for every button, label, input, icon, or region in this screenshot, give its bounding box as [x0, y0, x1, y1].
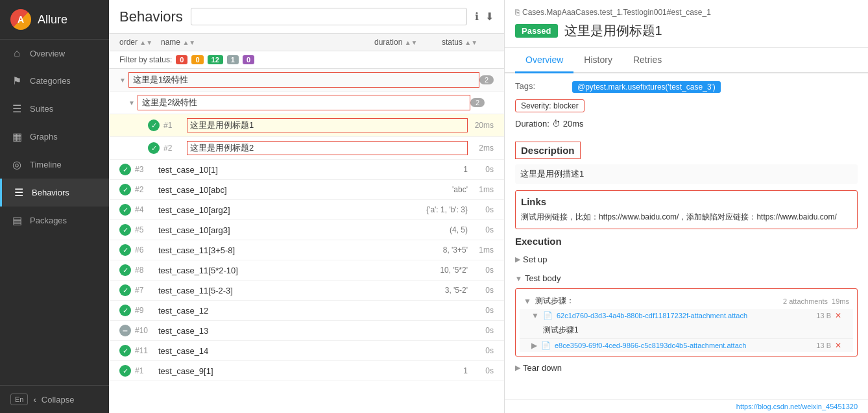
- test-param: 1: [463, 165, 468, 174]
- test-row[interactable]: ✓ #5 test_case_10[arg3] (4, 5) 0s: [109, 220, 504, 240]
- lang-badge[interactable]: En: [10, 394, 28, 405]
- test-num: #9: [135, 306, 154, 315]
- behaviors-header: Behaviors ℹ ⬇: [109, 0, 504, 34]
- status-icon-passed: ✓: [119, 164, 131, 175]
- filter-badge-unknown[interactable]: 0: [243, 55, 254, 64]
- test-param: 10, '5*2': [440, 266, 468, 275]
- test-num: #8: [135, 266, 154, 275]
- case-header: ⎘ Cases.MapAaaCases.test_1.Testlogin001#…: [505, 0, 868, 48]
- col-order-header[interactable]: order ▲▼: [119, 38, 158, 47]
- tab-retries[interactable]: Retries: [623, 48, 672, 73]
- right-panel: ⎘ Cases.MapAaaCases.test_1.Testlogin001#…: [505, 0, 868, 413]
- search-input[interactable]: [191, 8, 467, 25]
- status-icon-passed: ✓: [119, 284, 131, 296]
- status-icon-passed: ✓: [119, 365, 131, 377]
- attachment-row[interactable]: ▶ 📄 e8ce3509-69f0-4ced-9866-c5c8193dc4b5…: [520, 339, 853, 352]
- teardown-expand-arrow: ▶: [515, 364, 520, 372]
- test-row[interactable]: ✓ #9 test_case_12 0s: [109, 301, 504, 321]
- sidebar-item-overview[interactable]: ⌂ Overview: [0, 40, 109, 67]
- status-icon-passed: ✓: [148, 142, 160, 154]
- sidebar-item-timeline[interactable]: ◎ Timeline: [0, 151, 109, 179]
- tab-overview[interactable]: Overview: [515, 48, 573, 73]
- test-row[interactable]: ✓ #1 test_case_9[1] 1 0s: [109, 361, 504, 381]
- collapse-button[interactable]: Collapse: [42, 395, 75, 405]
- sidebar-item-label: Categories: [30, 76, 71, 86]
- sidebar-item-categories[interactable]: ⚑ Categories: [0, 67, 109, 95]
- packages-icon: ▤: [10, 214, 23, 227]
- setup-header[interactable]: ▶ Set up: [515, 252, 858, 267]
- test-row[interactable]: ✓ #7 test_case_11[5-2-3] 3, '5-2' 0s: [109, 281, 504, 301]
- execution-title: Execution: [515, 236, 858, 247]
- test-row[interactable]: ✓ #6 test_case_11[3+5-8] 8, '3+5' 1ms: [109, 240, 504, 260]
- test-row[interactable]: ✓ #1 这里是用例标题1 20ms: [109, 114, 504, 137]
- col-name-header[interactable]: name ▲▼: [161, 38, 372, 47]
- duration-label: Duration:: [515, 119, 549, 129]
- group-header-1[interactable]: ▼ 这里是1级特性 2: [109, 69, 504, 92]
- attachment-row[interactable]: ▼ 📄 62c1d760-d3d3-4a4b-880b-cdf11817232f…: [520, 309, 853, 322]
- filter-row: Filter by status: 0 0 12 1 0: [109, 51, 504, 69]
- test-row[interactable]: ✓ #2 test_case_10[abc] 'abc' 1ms: [109, 180, 504, 200]
- description-title: Description: [515, 142, 581, 159]
- testbody-header[interactable]: ▼ Test body: [515, 271, 858, 286]
- filter-badge-passed[interactable]: 12: [208, 55, 223, 64]
- status-icon-passed: ✓: [119, 204, 131, 216]
- test-name: test_case_10[1]: [158, 165, 458, 175]
- test-num: #6: [135, 245, 154, 255]
- sidebar-item-label: Timeline: [30, 160, 62, 169]
- sidebar-item-suites[interactable]: ☰ Suites: [0, 95, 109, 123]
- step-meta: 2 attachments: [783, 297, 828, 305]
- teardown-header[interactable]: ▶ Tear down: [515, 360, 858, 375]
- tab-history[interactable]: History: [573, 48, 623, 73]
- duration-sort-arrow: ▲▼: [405, 39, 418, 46]
- test-row[interactable]: ✓ #3 test_case_10[1] 1 0s: [109, 160, 504, 180]
- test-duration: 0s: [468, 346, 494, 355]
- severity-box: Severity: blocker: [515, 99, 585, 112]
- sidebar-item-graphs[interactable]: ▦ Graphs: [0, 123, 109, 151]
- tags-row: Tags: @pytest.mark.usefixtures('test_cas…: [515, 81, 858, 93]
- test-num: #7: [135, 286, 154, 295]
- test-num: #2: [163, 144, 183, 153]
- attachment-content: 测试步骤1: [520, 322, 853, 339]
- filter-badge-failed[interactable]: 0: [176, 55, 187, 64]
- status-icon-passed: ✓: [119, 305, 131, 316]
- test-param: {'a': 1, 'b': 3}: [426, 205, 468, 214]
- test-row[interactable]: – #10 test_case_13 0s: [109, 321, 504, 341]
- test-param: 3, '5-2': [445, 286, 468, 295]
- duration-value: 20ms: [563, 119, 584, 129]
- test-row[interactable]: ✓ #2 这里是用例标题2 2ms: [109, 137, 504, 160]
- attach-name: e8ce3509-69f0-4ced-9866-c5c8193dc4b5-att…: [555, 342, 812, 349]
- sidebar-item-label: Graphs: [30, 132, 58, 142]
- attach-close-icon[interactable]: ✕: [835, 341, 841, 350]
- order-sort-arrow: ▲▼: [139, 39, 152, 46]
- attach-expand-icon: ▶: [531, 341, 537, 350]
- filter-badge-skipped[interactable]: 1: [227, 55, 239, 64]
- col-status-header[interactable]: status ▲▼: [442, 38, 494, 47]
- col-duration-header[interactable]: duration ▲▼: [374, 38, 439, 47]
- subgroup-header-1[interactable]: ▼ 这里是2级特性 2: [109, 92, 504, 114]
- sidebar-item-behaviors[interactable]: ☰ Behaviors: [0, 179, 109, 206]
- test-row[interactable]: ✓ #11 test_case_14 0s: [109, 341, 504, 361]
- test-num: #2: [135, 185, 154, 194]
- info-icon[interactable]: ℹ: [475, 10, 479, 23]
- filter-badge-broken[interactable]: 0: [191, 55, 203, 64]
- test-duration: 0s: [468, 306, 494, 315]
- teardown-label: Tear down: [523, 363, 562, 373]
- status-badge: Passed: [515, 24, 558, 38]
- test-duration: 0s: [468, 326, 494, 335]
- timeline-icon: ◎: [10, 158, 23, 171]
- attach-close-icon[interactable]: ✕: [835, 311, 841, 320]
- testbody-label: Test body: [525, 273, 561, 283]
- step-row[interactable]: ▼ 测试步骤： 2 attachments 19ms: [520, 293, 853, 309]
- status-icon-passed: ✓: [148, 119, 160, 131]
- test-name: test_case_10[arg3]: [158, 225, 444, 235]
- test-row[interactable]: ✓ #8 test_case_11[5*2-10] 10, '5*2' 0s: [109, 260, 504, 281]
- test-list: ▼ 这里是1级特性 2 ▼ 这里是2级特性 2 ✓ #1 这里是用例标题1 20…: [109, 69, 504, 413]
- testbody-section: ▼ 测试步骤： 2 attachments 19ms ▼ 📄 62c1d760-…: [515, 288, 858, 357]
- download-icon[interactable]: ⬇: [485, 10, 494, 23]
- test-num: #4: [135, 205, 154, 214]
- test-row[interactable]: ✓ #4 test_case_10[arg2] {'a': 1, 'b': 3}…: [109, 200, 504, 220]
- testbody-group: ▼ Test body ▼ 测试步骤： 2 attachments 19ms ▼…: [515, 271, 858, 357]
- copy-icon: ⎘: [515, 8, 520, 17]
- links-title: Links: [521, 196, 852, 207]
- sidebar-item-packages[interactable]: ▤ Packages: [0, 206, 109, 234]
